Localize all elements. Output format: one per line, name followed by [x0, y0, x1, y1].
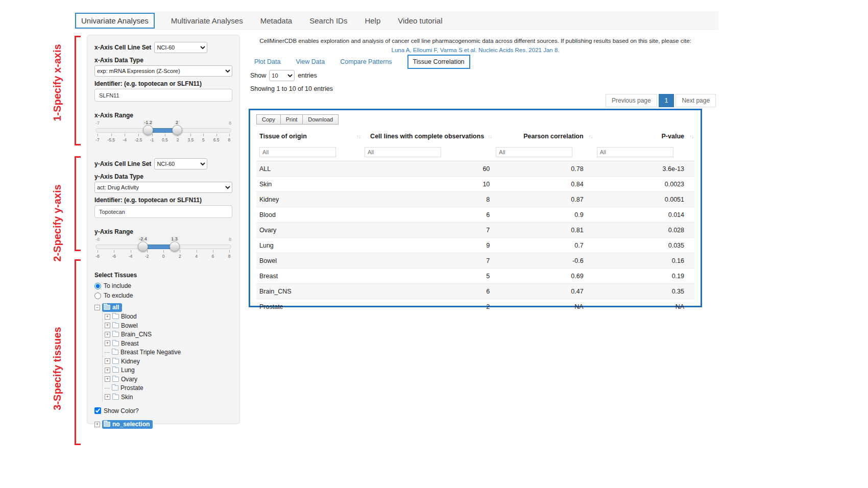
cell-p-value: 0.035 [594, 238, 694, 253]
tab-tissue-correlation[interactable]: Tissue Correlation [407, 55, 470, 69]
tissue-exclude-option[interactable]: To exclude [94, 292, 232, 299]
table-row[interactable]: Ovary 7 0.81 0.028 [256, 223, 694, 238]
nav-tab-search-ids[interactable]: Search IDs [308, 13, 348, 29]
col-header-pearson-correlation[interactable]: Pearson correlation [493, 129, 593, 143]
download-button[interactable]: Download [302, 114, 339, 125]
tree-node-bowel[interactable]: Bowel [105, 321, 232, 330]
cell-p-value: 0.0023 [594, 177, 694, 192]
y-cell-line-set-select[interactable]: NCI-60 [154, 158, 207, 169]
y-data-type-select[interactable]: act: Drug Activity [94, 182, 232, 193]
tree-node-blood[interactable]: Blood [105, 312, 232, 322]
tree-node-all[interactable]: all [94, 303, 232, 312]
table-row[interactable]: Brain_CNS 6 0.47 0.35 [256, 284, 694, 299]
col-header-cell-lines[interactable]: Cell lines with complete observations [361, 129, 493, 143]
tree-node-kidney[interactable]: Kidney [105, 357, 232, 366]
folder-icon [112, 385, 118, 391]
folder-icon [112, 359, 119, 364]
cell-count: 8 [361, 192, 493, 207]
cell-count: 6 [361, 284, 493, 299]
collapse-icon[interactable] [94, 305, 100, 310]
citation-link[interactable]: Luna A, Elloumi F, Varma S et al. Nuclei… [249, 46, 702, 55]
expand-icon[interactable] [105, 332, 110, 337]
tree-node-breast-triple-negative[interactable]: Breast Triple Negative [105, 348, 232, 357]
y-identifier-input[interactable] [94, 205, 232, 218]
y-range-to-label: 1.3 [170, 236, 179, 241]
x-slider-handle-high[interactable] [172, 125, 182, 135]
expand-icon[interactable] [94, 422, 100, 427]
x-range-label: x-Axis Range [94, 112, 232, 119]
cell-p-value: 3.6e-13 [594, 161, 694, 177]
expand-icon[interactable] [105, 314, 110, 320]
next-page-button[interactable]: Next page [676, 94, 716, 107]
filter-p-value-input[interactable] [597, 147, 673, 157]
cell-tissue: Ovary [256, 223, 361, 238]
tab-view-data[interactable]: View Data [296, 58, 325, 65]
tab-plot-data[interactable]: Plot Data [254, 58, 280, 65]
expand-icon[interactable] [105, 376, 110, 382]
x-slider-handle-low[interactable] [143, 125, 153, 135]
page-1-button[interactable]: 1 [659, 94, 674, 107]
nav-tab-multivariate-analyses[interactable]: Multivariate Analyses [170, 13, 244, 29]
filter-pearson-input[interactable] [496, 147, 572, 157]
nav-tab-univariate-analyses[interactable]: Univariate Analyses [75, 13, 155, 29]
x-data-type-select[interactable]: exp: mRNA Expression (Z-Score) [94, 65, 232, 77]
page-length-select[interactable]: 10 [269, 70, 295, 81]
show-color-option[interactable]: Show Color? [94, 407, 232, 414]
exclude-radio[interactable] [94, 292, 101, 299]
tab-compare-patterns[interactable]: Compare Patterns [340, 58, 392, 65]
tree-node-lung[interactable]: Lung [105, 366, 232, 375]
table-row[interactable]: Bowel 7 -0.6 0.16 [256, 253, 694, 269]
tissue-include-option[interactable]: To include [94, 282, 232, 289]
filter-row [256, 143, 694, 161]
table-row[interactable]: Breast 5 0.69 0.19 [256, 269, 694, 284]
table-row[interactable]: ALL 60 0.78 3.6e-13 [256, 161, 694, 177]
y-slider-handle-high[interactable] [170, 241, 180, 252]
x-slider-ticks: -7 -5.5 -4 -2.5 -1 0.5 2 3.5 5 6.5 8 [95, 137, 231, 142]
nav-tab-help[interactable]: Help [364, 13, 381, 29]
tree-node-breast[interactable]: Breast [105, 339, 232, 348]
filter-tissue-input[interactable] [259, 147, 336, 157]
table-row[interactable]: Kidney 8 0.87 0.0051 [256, 192, 694, 207]
x-identifier-input[interactable] [94, 89, 232, 102]
expand-icon[interactable] [105, 394, 110, 400]
table-row[interactable]: Lung 9 0.7 0.035 [256, 238, 694, 253]
expand-icon[interactable] [105, 368, 110, 373]
show-color-checkbox[interactable] [94, 407, 101, 414]
tree-node-all-selected[interactable]: all [102, 303, 122, 312]
include-radio[interactable] [94, 283, 101, 289]
y-slider-handle-low[interactable] [138, 241, 148, 252]
expand-icon[interactable] [105, 358, 110, 364]
table-row[interactable]: Blood 6 0.9 0.014 [256, 207, 694, 223]
table-row[interactable]: Skin 10 0.84 0.0023 [256, 177, 694, 192]
x-tick: 3.5 [187, 137, 194, 142]
x-identifier-label: Identifier: (e.g. topotecan or SLFN11) [94, 80, 232, 87]
tree-node-prostate[interactable]: Prostate [105, 384, 232, 393]
tree-node-ovary[interactable]: Ovary [105, 375, 232, 384]
x-tick: -5.5 [107, 137, 115, 142]
cell-pearson: NA [493, 299, 593, 314]
folder-icon [104, 422, 110, 427]
tree-node-skin[interactable]: Skin [105, 393, 232, 402]
nav-tab-metadata[interactable]: Metadata [259, 13, 294, 29]
annotation-step2: 2-Specify y-axis [52, 184, 63, 261]
pagination: Previous page 1 Next page [606, 94, 716, 107]
filter-cell-lines-input[interactable] [365, 147, 441, 157]
tree-node-no-selection[interactable]: no_selection [94, 420, 232, 429]
x-cell-line-set-select[interactable]: NCI-60 [154, 42, 207, 53]
tree-node-brain-cns[interactable]: Brain_CNS [105, 330, 232, 339]
expand-icon[interactable] [105, 323, 110, 328]
print-button[interactable]: Print [280, 114, 303, 125]
y-data-type-label: y-Axis Data Type [94, 173, 232, 180]
previous-page-button[interactable]: Previous page [606, 94, 657, 107]
col-header-tissue-of-origin[interactable]: Tissue of origin [256, 129, 361, 143]
expand-icon[interactable] [105, 340, 110, 346]
nav-tab-video-tutorial[interactable]: Video tutorial [397, 13, 443, 29]
annotation-bracket-2 [75, 156, 81, 251]
table-row[interactable]: Prostate 2 NA NA [256, 299, 694, 314]
tree-node-label: Breast Triple Negative [120, 349, 181, 356]
col-header-p-value[interactable]: P-value [594, 129, 694, 143]
copy-button[interactable]: Copy [256, 114, 281, 125]
x-tick: -4 [123, 137, 127, 142]
tree-node-no-selection-selected[interactable]: no_selection [102, 420, 153, 429]
cell-count: 7 [361, 223, 493, 238]
